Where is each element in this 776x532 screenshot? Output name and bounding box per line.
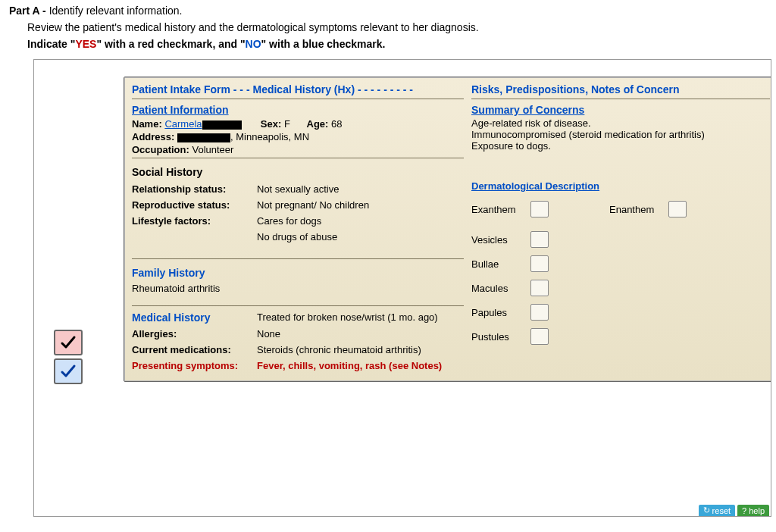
indicate-prefix: Indicate " <box>27 38 75 50</box>
address-label: Address: <box>132 131 174 142</box>
part-a-header: Part A - Identify relevant information. <box>9 5 767 17</box>
family-history-heading: Family History <box>132 262 464 282</box>
check-icon <box>59 333 77 352</box>
indicate-mid: " with a red checkmark, and " <box>96 38 245 50</box>
reproductive-row: Reproductive status:Not pregnant/ No chi… <box>132 197 464 213</box>
patient-info-heading: Patient Information <box>132 102 464 117</box>
divider <box>471 99 770 99</box>
bullae-row: Bullae <box>471 255 770 272</box>
address-value: , Minneapolis, MN <box>230 131 309 142</box>
patient-address-line: Address: , Minneapolis, MN <box>132 130 464 143</box>
exanthem-label: Exanthem <box>471 204 524 215</box>
lifestyle-value-1: Cares for dogs <box>257 215 464 227</box>
patient-occupation-line: Occupation: Volunteer <box>132 143 464 156</box>
bullae-checkbox[interactable] <box>530 255 549 272</box>
lifestyle-label: Lifestyle factors: <box>132 215 257 227</box>
macules-label: Macules <box>471 283 524 294</box>
no-word: NO <box>246 38 261 50</box>
lifestyle-row-1: Lifestyle factors:Cares for dogs <box>132 213 464 229</box>
divider <box>132 158 464 158</box>
medications-value: Steroids (chronic rheumatoid arthritis) <box>257 344 464 355</box>
refresh-icon: ↻ <box>703 505 710 515</box>
dash-sep: - - - <box>230 83 253 95</box>
vesicles-checkbox[interactable] <box>530 231 549 248</box>
checkmark-palette <box>54 330 83 384</box>
instruction-line-1: Review the patient's medical history and… <box>27 21 767 33</box>
indicate-suffix: " with a blue checkmark. <box>261 38 386 50</box>
medications-row: Current medications:Steroids (chronic rh… <box>132 342 464 358</box>
age-label: Age: <box>307 118 329 130</box>
redacted-name <box>202 120 242 130</box>
exercise-frame: Patient Intake Form - - - Medical Histor… <box>33 59 771 517</box>
bullae-label: Bullae <box>471 258 524 270</box>
exanthem-checkbox[interactable] <box>530 201 549 217</box>
relationship-label: Relationship status: <box>132 183 257 195</box>
yes-word: YES <box>75 38 96 50</box>
sex-value: F <box>284 118 290 130</box>
summary-concerns-heading: Summary of Concerns <box>471 102 770 117</box>
medical-history-value: Treated for broken nose/wrist (1 mo. ago… <box>257 311 464 324</box>
lifestyle-value-2: No drugs of abuse <box>257 231 464 243</box>
concern-3: Exposure to dogs. <box>471 140 770 152</box>
patient-form: Patient Intake Form - - - Medical Histor… <box>124 77 771 382</box>
reproductive-value: Not pregnant/ No children <box>257 199 464 211</box>
vesicles-row: Vesicles <box>471 231 770 248</box>
occupation-label: Occupation: <box>132 144 189 155</box>
part-title: Identify relevant information. <box>49 5 183 17</box>
medical-history-heading: Medical History <box>132 311 257 324</box>
allergies-label: Allergies: <box>132 328 257 340</box>
vesicles-label: Vesicles <box>471 234 524 246</box>
papules-label: Papules <box>471 307 524 318</box>
pustules-checkbox[interactable] <box>530 328 549 345</box>
name-value: Carmela <box>164 118 202 130</box>
pustules-label: Pustules <box>471 331 524 343</box>
divider <box>132 99 464 99</box>
presenting-row: Presenting symptoms:Fever, chills, vomit… <box>132 358 464 374</box>
name-label: Name: <box>132 118 162 130</box>
presenting-value: Fever, chills, vomiting, rash (see Notes… <box>257 360 464 371</box>
lifestyle-row-2: No drugs of abuse <box>132 229 464 245</box>
intake-title: Patient Intake Form <box>132 83 230 95</box>
help-label: help <box>749 506 765 515</box>
concern-2: Immunocompromised (steroid medication fo… <box>471 129 770 140</box>
check-icon <box>59 362 77 380</box>
concern-1: Age-related risk of disease. <box>471 117 770 129</box>
papules-row: Papules <box>471 304 770 321</box>
pustules-row: Pustules <box>471 328 770 345</box>
redacted-address <box>177 133 230 142</box>
form-title-left: Patient Intake Form - - - Medical Histor… <box>132 82 464 97</box>
no-checkmark-tool[interactable] <box>54 358 83 384</box>
reset-label: reset <box>712 506 731 515</box>
age-value: 68 <box>331 118 342 130</box>
reproductive-label: Reproductive status: <box>132 199 257 211</box>
macules-row: Macules <box>471 280 770 296</box>
derm-exanthem-enanthem-row: Exanthem Enanthem <box>471 201 770 217</box>
derm-description-heading: Dermatological Description <box>471 180 770 192</box>
enanthem-label: Enanthem <box>609 204 662 215</box>
sex-label: Sex: <box>261 118 281 130</box>
social-history-heading: Social History <box>132 161 464 181</box>
question-icon: ? <box>742 506 746 515</box>
patient-name-line: Name: Carmela Sex: F Age: 68 <box>132 117 464 130</box>
occupation-value: Volunteer <box>192 144 233 155</box>
dash-trail: - - - - - - - - - <box>355 83 413 95</box>
divider <box>132 258 464 259</box>
family-history-value: Rheumatoid arthritis <box>132 282 464 295</box>
allergies-value: None <box>257 328 464 340</box>
relationship-value: Not sexually active <box>257 183 464 195</box>
macules-checkbox[interactable] <box>530 280 549 296</box>
medications-label: Current medications: <box>132 344 257 355</box>
medical-history-heading-row: Medical History Treated for broken nose/… <box>132 309 464 326</box>
allergies-row: Allergies:None <box>132 326 464 342</box>
medical-hx-title: Medical History (Hx) <box>252 83 355 95</box>
help-button[interactable]: ?help <box>737 505 769 516</box>
enanthem-checkbox[interactable] <box>668 201 687 217</box>
instruction-line-2: Indicate "YES" with a red checkmark, and… <box>27 38 767 50</box>
lifestyle-label-empty <box>132 231 257 243</box>
divider <box>132 305 464 306</box>
presenting-label: Presenting symptoms: <box>132 360 257 371</box>
papules-checkbox[interactable] <box>530 304 549 321</box>
reset-button[interactable]: ↻reset <box>699 505 735 516</box>
risks-heading: Risks, Predispositions, Notes of Concern <box>471 82 770 97</box>
yes-checkmark-tool[interactable] <box>54 330 83 355</box>
